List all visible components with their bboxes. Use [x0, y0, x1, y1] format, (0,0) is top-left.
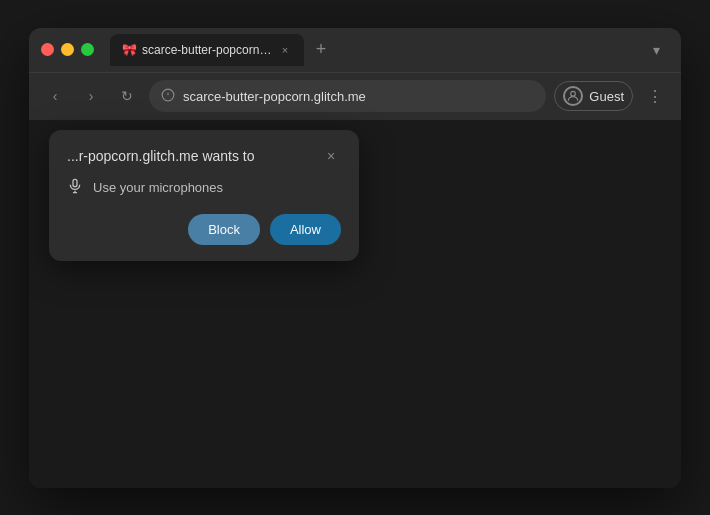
security-icon: [161, 88, 175, 105]
maximize-button[interactable]: [81, 43, 94, 56]
browser-content: ...r-popcorn.glitch.me wants to × Use yo…: [29, 120, 681, 488]
url-bar[interactable]: scarce-butter-popcorn.glitch.me: [149, 80, 546, 112]
block-button[interactable]: Block: [188, 214, 260, 245]
traffic-lights: [41, 43, 94, 56]
svg-rect-2: [73, 179, 77, 186]
tab-area: 🎀 scarce-butter-popcorn.glitch × +: [110, 34, 635, 66]
title-bar: 🎀 scarce-butter-popcorn.glitch × + ▾: [29, 28, 681, 72]
permission-popup: ...r-popcorn.glitch.me wants to × Use yo…: [49, 130, 359, 261]
menu-button[interactable]: ⋮: [641, 82, 669, 110]
popup-title: ...r-popcorn.glitch.me wants to: [67, 148, 255, 164]
address-bar: ‹ › ↻ scarce-butter-popcorn.glitch.me Gu…: [29, 72, 681, 120]
back-button[interactable]: ‹: [41, 82, 69, 110]
url-text: scarce-butter-popcorn.glitch.me: [183, 89, 366, 104]
extensions-button[interactable]: ▾: [643, 37, 669, 63]
allow-button[interactable]: Allow: [270, 214, 341, 245]
popup-header: ...r-popcorn.glitch.me wants to ×: [67, 146, 341, 166]
active-tab[interactable]: 🎀 scarce-butter-popcorn.glitch ×: [110, 34, 304, 66]
browser-window: 🎀 scarce-butter-popcorn.glitch × + ▾ ‹ ›…: [29, 28, 681, 488]
new-tab-button[interactable]: +: [308, 37, 334, 63]
tab-favicon-icon: 🎀: [122, 43, 136, 57]
profile-button[interactable]: Guest: [554, 81, 633, 111]
minimize-button[interactable]: [61, 43, 74, 56]
svg-point-1: [571, 91, 576, 96]
close-button[interactable]: [41, 43, 54, 56]
tab-close-icon[interactable]: ×: [278, 43, 292, 57]
popup-buttons: Block Allow: [67, 214, 341, 245]
tab-title: scarce-butter-popcorn.glitch: [142, 43, 272, 57]
microphone-icon: [67, 178, 83, 198]
profile-avatar: [563, 86, 583, 106]
profile-label: Guest: [589, 89, 624, 104]
permission-text: Use your microphones: [93, 180, 223, 195]
popup-close-button[interactable]: ×: [321, 146, 341, 166]
forward-button[interactable]: ›: [77, 82, 105, 110]
refresh-button[interactable]: ↻: [113, 82, 141, 110]
permission-item: Use your microphones: [67, 178, 341, 198]
